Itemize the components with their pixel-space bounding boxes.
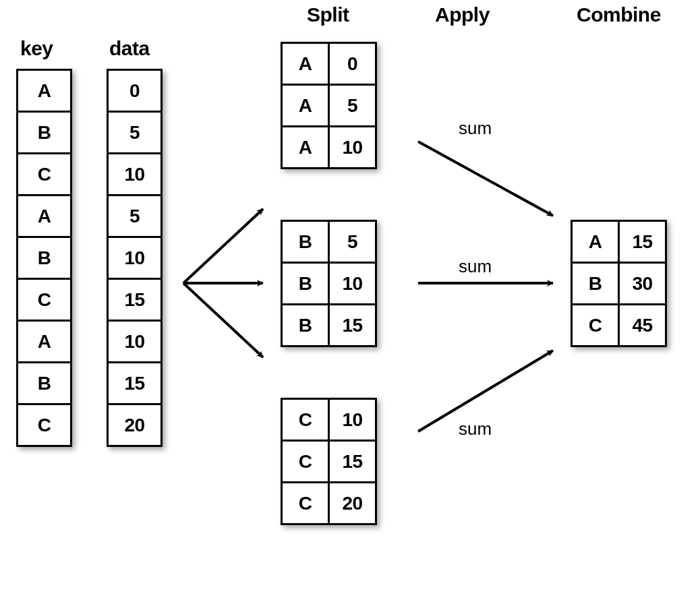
split-val-cell: 15 bbox=[329, 305, 376, 346]
key-cell: A bbox=[18, 321, 71, 363]
combine-key-cell: B bbox=[572, 263, 619, 305]
heading-data: data bbox=[109, 37, 150, 60]
arrow-apply-a bbox=[418, 142, 553, 216]
heading-combine: Combine bbox=[577, 3, 661, 26]
split-val-cell: 20 bbox=[329, 483, 376, 524]
data-cell: 10 bbox=[108, 154, 162, 195]
key-cell: C bbox=[18, 279, 71, 321]
apply-label-b: sum bbox=[459, 256, 492, 277]
heading-split: Split bbox=[307, 3, 349, 26]
split-group-a: A0 A5 A10 bbox=[281, 42, 377, 169]
apply-label-c: sum bbox=[459, 419, 492, 440]
heading-key: key bbox=[20, 37, 53, 60]
split-val-cell: 10 bbox=[329, 399, 376, 441]
data-cell: 0 bbox=[108, 70, 162, 112]
split-group-b: B5 B10 B15 bbox=[281, 220, 377, 347]
data-column-table: 0 5 10 5 10 15 10 15 20 bbox=[107, 69, 163, 447]
key-cell: A bbox=[18, 70, 71, 112]
arrow-split-a bbox=[183, 209, 263, 283]
arrow-split-c bbox=[183, 283, 263, 357]
key-cell: B bbox=[18, 112, 71, 154]
split-group-c: C10 C15 C20 bbox=[281, 398, 377, 525]
key-cell: B bbox=[18, 237, 71, 279]
combine-table: A15 B30 C45 bbox=[571, 220, 667, 347]
split-key-cell: A bbox=[282, 85, 329, 127]
apply-label-a: sum bbox=[459, 118, 492, 139]
split-val-cell: 10 bbox=[329, 263, 376, 305]
data-cell: 10 bbox=[108, 237, 162, 279]
combine-key-cell: A bbox=[572, 221, 619, 263]
split-key-cell: A bbox=[282, 43, 329, 85]
combine-val-cell: 30 bbox=[619, 263, 666, 305]
split-val-cell: 10 bbox=[329, 127, 376, 169]
combine-val-cell: 15 bbox=[619, 221, 666, 263]
combine-key-cell: C bbox=[572, 305, 619, 346]
data-cell: 15 bbox=[108, 279, 162, 321]
split-key-cell: B bbox=[282, 305, 329, 346]
data-cell: 5 bbox=[108, 195, 162, 237]
split-key-cell: C bbox=[282, 399, 329, 441]
split-key-cell: C bbox=[282, 483, 329, 524]
split-key-cell: A bbox=[282, 127, 329, 169]
data-cell: 5 bbox=[108, 112, 162, 154]
data-cell: 10 bbox=[108, 321, 162, 363]
key-column-table: A B C A B C A B C bbox=[16, 69, 72, 447]
split-val-cell: 5 bbox=[329, 85, 376, 127]
split-key-cell: B bbox=[282, 221, 329, 263]
split-key-cell: B bbox=[282, 263, 329, 305]
data-cell: 15 bbox=[108, 363, 162, 404]
data-cell: 20 bbox=[108, 404, 162, 446]
key-cell: C bbox=[18, 404, 71, 446]
combine-val-cell: 45 bbox=[619, 305, 666, 346]
key-cell: C bbox=[18, 154, 71, 195]
split-val-cell: 15 bbox=[329, 441, 376, 483]
key-cell: A bbox=[18, 195, 71, 237]
split-val-cell: 5 bbox=[329, 221, 376, 263]
split-val-cell: 0 bbox=[329, 43, 376, 85]
key-cell: B bbox=[18, 363, 71, 404]
heading-apply: Apply bbox=[435, 3, 490, 26]
split-key-cell: C bbox=[282, 441, 329, 483]
